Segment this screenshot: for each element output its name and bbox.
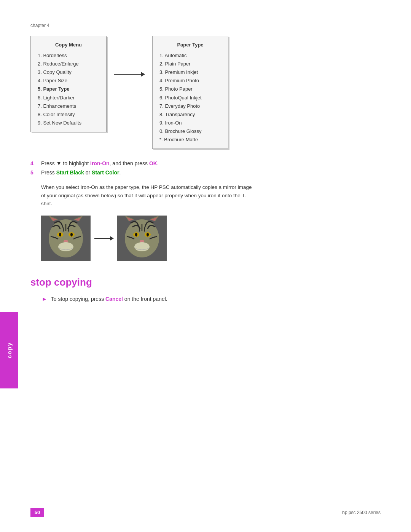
sidebar-tab-label: copy — [6, 342, 13, 358]
stop-copying-bullet-row: ► To stop copying, press Cancel on the f… — [42, 296, 381, 302]
bullet-triangle-icon: ► — [42, 296, 47, 302]
page-number: 50 — [30, 508, 44, 517]
menus-container: Copy Menu 1. Borderless 2. Reduce/Enlarg… — [30, 36, 381, 149]
step-4-number: 4 — [30, 160, 38, 166]
copy-menu-item-6: 6. Lighter/Darker — [38, 94, 99, 102]
footer-product: hp psc 2500 series — [342, 510, 381, 515]
paper-type-item-0: 0. Brochure Glossy — [159, 127, 221, 136]
tiger-mirrored — [117, 216, 167, 261]
iron-on-highlight: Iron-On — [90, 160, 110, 166]
paper-type-item-7: 7. Everyday Photo — [159, 102, 221, 110]
iron-on-description: When you select Iron-On as the paper typ… — [41, 183, 254, 208]
copy-menu-item-4: 4. Paper Size — [38, 77, 99, 85]
sidebar-copy-tab: copy — [0, 312, 18, 388]
stop-copying-bullet-text: To stop copying, press Cancel on the fro… — [51, 296, 167, 302]
paper-type-item-4: 4. Premium Photo — [159, 77, 221, 85]
copy-menu-item-5: 5. Paper Type — [38, 85, 99, 93]
paper-type-item-8: 8. Transparency — [159, 110, 221, 119]
step-4-text: Press ▼ to highlight Iron-On, and then p… — [41, 160, 159, 166]
tiger-images-container — [41, 216, 381, 261]
step-5-row: 5 Press Start Black or Start Color. — [30, 169, 381, 176]
step-5-number: 5 — [30, 169, 38, 176]
stop-copying-title: stop copying — [30, 276, 381, 288]
copy-menu-item-7: 7. Enhancements — [38, 102, 99, 110]
tiger-mirrored-svg — [117, 216, 167, 261]
copy-menu-box: Copy Menu 1. Borderless 2. Reduce/Enlarg… — [30, 36, 107, 132]
stop-copying-section: stop copying ► To stop copying, press Ca… — [30, 276, 381, 302]
paper-type-box: Paper Type 1. Automatic 2. Plain Paper 3… — [152, 36, 228, 149]
cancel-highlight: Cancel — [105, 296, 123, 302]
copy-menu-item-2: 2. Reduce/Enlarge — [38, 60, 99, 68]
paper-type-item-9: 9. Iron-On — [159, 119, 221, 127]
paper-type-title: Paper Type — [159, 41, 221, 49]
copy-menu-item-9: 9. Set New Defaults — [38, 119, 99, 127]
paper-type-item-6: 6. PhotoQual Inkjet — [159, 94, 221, 102]
start-color-highlight: Start Color — [92, 169, 119, 176]
start-black-highlight: Start Black — [56, 169, 84, 176]
copy-menu-title: Copy Menu — [38, 41, 99, 49]
footer: 50 hp psc 2500 series — [30, 508, 381, 517]
paper-type-item-2: 2. Plain Paper — [159, 60, 221, 68]
paper-type-item-5: 5. Photo Paper — [159, 85, 221, 93]
tiger-original-svg — [41, 216, 91, 261]
svg-point-5 — [70, 233, 73, 236]
paper-type-item-3: 3. Premium Inkjet — [159, 68, 221, 77]
paper-type-item-1: 1. Automatic — [159, 51, 221, 60]
step-5-text: Press Start Black or Start Color. — [41, 169, 121, 176]
steps-section: 4 Press ▼ to highlight Iron-On, and then… — [30, 160, 381, 176]
paper-type-item-star: *. Brochure Matte — [159, 136, 221, 144]
ok-highlight: OK — [149, 160, 157, 166]
copy-menu-item-3: 3. Copy Quality — [38, 68, 99, 77]
step-4-row: 4 Press ▼ to highlight Iron-On, and then… — [30, 160, 381, 166]
tiger-original — [41, 216, 91, 261]
copy-menu-item-1: 1. Borderless — [38, 51, 99, 60]
copy-menu-item-8: 8. Color Intensity — [38, 110, 99, 119]
arrow-line — [114, 74, 145, 75]
menu-arrow — [107, 74, 152, 75]
tiger-arrow — [94, 238, 113, 239]
chapter-label: chapter 4 — [30, 23, 381, 28]
svg-point-4 — [59, 233, 61, 236]
